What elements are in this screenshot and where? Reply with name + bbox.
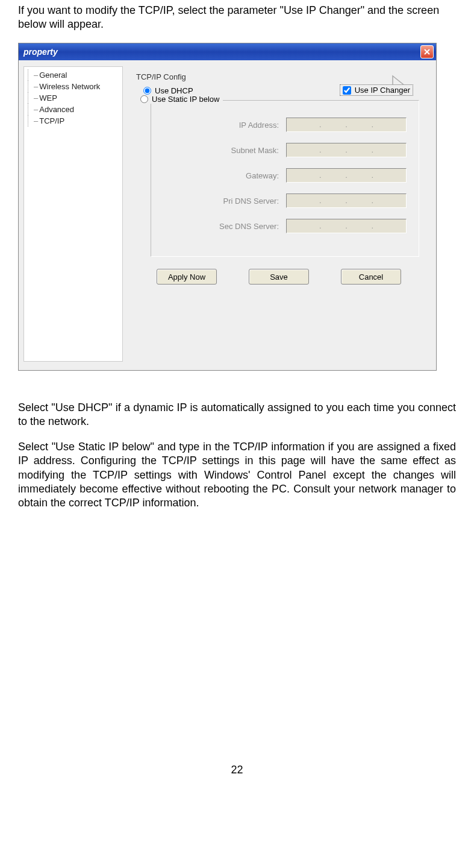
apply-now-button[interactable]: Apply Now xyxy=(157,269,217,285)
page-number: 22 xyxy=(18,764,456,776)
dhcp-radio-label: Use DHCP xyxy=(155,86,193,95)
sidebar-item-wep[interactable]: –WEP xyxy=(28,92,119,104)
intro-text: If you want to modify the TCP/IP, select… xyxy=(18,4,456,31)
sidebar-item-general[interactable]: –General xyxy=(28,69,119,81)
window-title: property xyxy=(23,47,58,57)
row-ip-address: IP Address: ... xyxy=(163,118,407,132)
close-icon xyxy=(423,48,431,55)
input-ip-address[interactable]: ... xyxy=(286,118,407,132)
row-sec-dns: Sec DNS Server: ... xyxy=(163,219,407,233)
property-window: property –General –Wireless Network –WEP… xyxy=(18,43,437,371)
sidebar-item-label: WEP xyxy=(39,93,57,102)
input-gateway[interactable]: ... xyxy=(286,168,407,183)
input-sec-dns[interactable]: ... xyxy=(286,219,407,233)
cancel-button[interactable]: Cancel xyxy=(341,269,401,285)
radio-use-static[interactable]: Use Static IP below xyxy=(140,95,223,104)
paragraph-dhcp: Select "Use DHCP" if a dynamic IP is aut… xyxy=(18,401,456,429)
ip-changer-label: Use IP Changer xyxy=(355,86,410,95)
button-row: Apply Now Save Cancel xyxy=(133,257,425,291)
sidebar-item-wireless[interactable]: –Wireless Network xyxy=(28,81,119,92)
sidebar-item-tcpip[interactable]: –TCP/IP xyxy=(28,115,119,127)
label-subnet-mask: Subnet Mask: xyxy=(163,146,279,155)
static-radio-input[interactable] xyxy=(140,95,148,103)
label-gateway: Gateway: xyxy=(163,171,279,180)
static-ip-fieldset: Use Static IP below IP Address: ... Subn… xyxy=(151,100,419,257)
sidebar-item-label: Wireless Network xyxy=(39,82,100,91)
sidebar-tree: –General –Wireless Network –WEP –Advance… xyxy=(23,66,123,362)
sidebar-item-label: Advanced xyxy=(39,105,74,114)
row-gateway: Gateway: ... xyxy=(163,168,407,183)
sidebar-item-advanced[interactable]: –Advanced xyxy=(28,104,119,115)
section-title: TCP/IP Config xyxy=(136,72,425,81)
sidebar-item-label: General xyxy=(39,71,67,80)
row-subnet-mask: Subnet Mask: ... xyxy=(163,143,407,157)
close-button[interactable] xyxy=(420,45,434,58)
save-button[interactable]: Save xyxy=(249,269,309,285)
use-ip-changer-checkbox[interactable]: Use IP Changer xyxy=(340,84,413,96)
row-pri-dns: Pri DNS Server: ... xyxy=(163,193,407,208)
sidebar-item-label: TCP/IP xyxy=(39,116,64,125)
input-subnet-mask[interactable]: ... xyxy=(286,143,407,157)
titlebar: property xyxy=(19,43,436,60)
input-pri-dns[interactable]: ... xyxy=(286,193,407,208)
static-radio-label: Use Static IP below xyxy=(152,95,219,104)
label-sec-dns: Sec DNS Server: xyxy=(163,222,279,231)
dhcp-radio-input[interactable] xyxy=(143,87,151,95)
label-pri-dns: Pri DNS Server: xyxy=(163,197,279,206)
ip-changer-input[interactable] xyxy=(343,86,351,95)
paragraph-static: Select "Use Static IP below" and type in… xyxy=(18,440,456,511)
label-ip-address: IP Address: xyxy=(163,121,279,130)
main-panel: TCP/IP Config Use IP Changer Use DHCP Us… xyxy=(129,66,431,362)
